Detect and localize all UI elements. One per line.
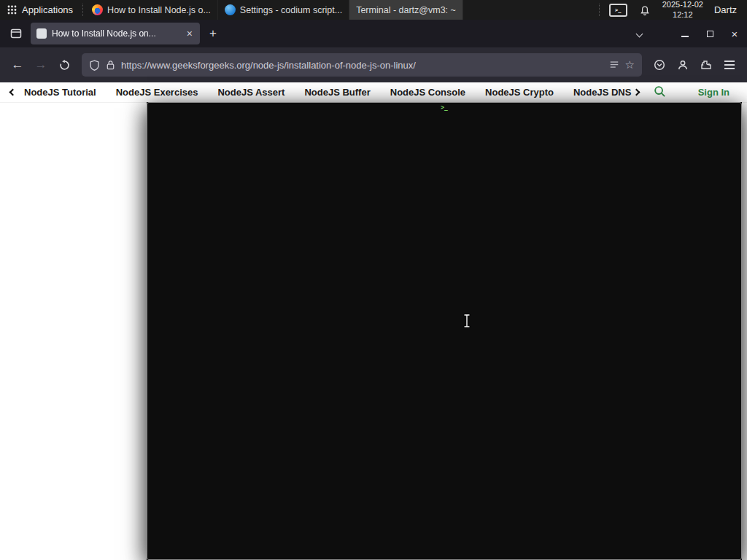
reload-button[interactable] [53, 53, 76, 77]
forward-button[interactable]: → [29, 53, 53, 77]
clock[interactable]: 2025-12-02 12:12 [662, 0, 703, 19]
taskbar-item[interactable]: >_Terminal - dartz@vm3: ~ [349, 0, 463, 20]
applications-label: Applications [22, 4, 73, 15]
applications-icon [7, 5, 17, 15]
site-navigation: NodeJS TutorialNodeJS ExercisesNodeJS As… [0, 82, 747, 103]
browser-tab[interactable]: How to Install Node.js on... × [31, 23, 200, 44]
lock-icon[interactable] [106, 60, 115, 70]
search-icon[interactable] [654, 85, 666, 100]
url-bar[interactable]: https://www.geeksforgeeks.org/node-js/in… [82, 53, 642, 77]
bookmark-star-icon[interactable]: ☆ [625, 58, 635, 71]
system-tray: >_ 2025-12-02 12:12 Dartz [602, 0, 747, 19]
site-nav-item[interactable]: NodeJS Console [390, 87, 465, 98]
site-nav-item[interactable]: NodeJS Crypto [485, 87, 554, 98]
window-minimize-button[interactable] [673, 20, 697, 47]
firefox-icon [92, 4, 103, 15]
firefox-view-button[interactable] [6, 23, 26, 44]
user-label: Dartz [714, 4, 737, 15]
menu-hamburger-icon[interactable] [718, 53, 741, 77]
list-all-tabs-icon[interactable] [636, 30, 643, 37]
site-nav-item[interactable]: NodeJS Buffer [304, 87, 370, 98]
panel-separator [82, 4, 83, 16]
tray-terminal-icon[interactable]: >_ [609, 4, 627, 17]
account-icon[interactable] [671, 53, 694, 77]
nav-scroll-right-icon[interactable] [632, 89, 640, 96]
url-text[interactable]: https://www.geeksforgeeks.org/node-js/in… [121, 60, 603, 71]
tab-close-button[interactable]: × [185, 28, 194, 39]
taskbar-item-label: Settings - codium script... [240, 5, 342, 15]
window-maximize-button[interactable] [697, 20, 722, 47]
site-nav-item[interactable]: NodeJS Assert [217, 87, 285, 98]
taskbar-item-label: How to Install Node.js o... [107, 5, 211, 15]
site-nav-item[interactable]: NodeJS Exercises [116, 87, 198, 98]
top-panel: Applications How to Install Node.js o...… [0, 0, 747, 20]
taskbar-item[interactable]: Settings - codium script... [218, 0, 349, 20]
sign-in-button[interactable]: Sign In [698, 87, 729, 98]
tab-bar: How to Install Node.js on... × + × [0, 20, 747, 47]
site-nav-item[interactable]: NodeJS Tutorial [24, 87, 96, 98]
taskbar-item[interactable]: How to Install Node.js o... [85, 0, 218, 20]
extensions-icon[interactable] [694, 53, 718, 77]
clock-time: 12:12 [662, 10, 703, 20]
codium-icon [225, 4, 236, 15]
site-nav-item[interactable]: NodeJS DNS [573, 87, 631, 98]
navigation-toolbar: ← → https://www.geeksforgeeks.org/node-j… [0, 47, 747, 82]
tracking-shield-icon[interactable] [89, 60, 100, 71]
tab-favicon [36, 28, 47, 39]
panel-tasks: How to Install Node.js o...Settings - co… [85, 0, 597, 20]
desktop: { "glyphs": { "close": "×", "plus": "+",… [0, 0, 747, 560]
applications-menu[interactable]: Applications [0, 0, 80, 20]
site-nav-items: NodeJS TutorialNodeJS ExercisesNodeJS As… [24, 87, 634, 98]
clock-date: 2025-12-02 [662, 0, 703, 9]
nav-scroll-left-icon[interactable] [9, 89, 17, 96]
tab-title: How to Install Node.js on... [52, 28, 180, 39]
notifications-bell-icon[interactable] [638, 4, 651, 17]
new-tab-button[interactable]: + [203, 23, 223, 44]
pocket-icon[interactable] [648, 53, 671, 77]
window-close-button[interactable]: × [722, 20, 747, 47]
reader-mode-icon[interactable] [609, 60, 619, 70]
panel-separator [599, 4, 600, 16]
back-button[interactable]: ← [6, 53, 29, 77]
taskbar-item-label: Terminal - dartz@vm3: ~ [356, 5, 456, 15]
window-controls: × [630, 20, 747, 47]
